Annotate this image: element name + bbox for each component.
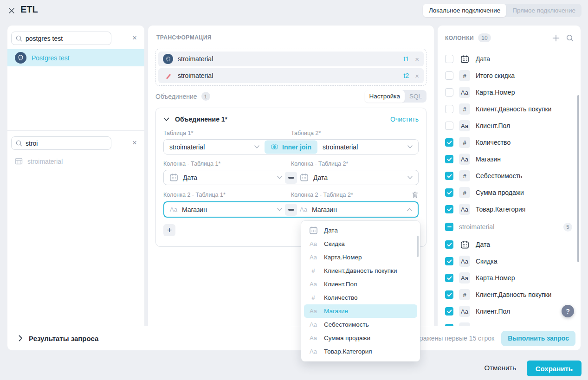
- column-row[interactable]: AaСкидка: [445, 253, 574, 270]
- column-row[interactable]: #Количество: [445, 134, 574, 151]
- calendar-icon: [309, 226, 318, 235]
- dropdown-item[interactable]: AaТовар.Категория: [304, 345, 417, 358]
- column21-select[interactable]: Aa Магазин: [164, 206, 288, 213]
- column-row[interactable]: #Сумма продажи: [445, 184, 574, 201]
- dropdown-item[interactable]: AaСебестоимость: [304, 318, 417, 331]
- column-row[interactable]: #Количество: [445, 320, 574, 326]
- chevron-down-icon: [254, 145, 259, 148]
- column-row[interactable]: #Себестоимость: [445, 167, 574, 184]
- results-bar: Результаты запроса Отображены первые 15 …: [7, 326, 581, 350]
- column21-label: Колонка 2 - Таблица 1*: [163, 192, 291, 198]
- dropdown-item[interactable]: #Количество: [304, 291, 417, 304]
- column-row[interactable]: Дата: [445, 236, 574, 253]
- results-title[interactable]: Результаты запроса: [29, 335, 98, 342]
- help-button[interactable]: ?: [562, 305, 574, 317]
- save-button[interactable]: Сохранить: [527, 361, 582, 376]
- column1-select[interactable]: Дата: [164, 173, 288, 182]
- column-row[interactable]: Дата: [445, 51, 574, 67]
- remove-source-icon[interactable]: ×: [415, 55, 419, 63]
- checked-checkbox[interactable]: [445, 155, 453, 163]
- clear-connection-search-icon[interactable]: ×: [130, 34, 139, 42]
- checked-checkbox[interactable]: [445, 257, 453, 265]
- column-row[interactable]: AaКарта.Номер: [445, 84, 574, 101]
- postgres-icon: [15, 52, 26, 64]
- search-icon: [15, 35, 23, 42]
- remove-source-icon[interactable]: ×: [415, 72, 419, 80]
- column-row[interactable]: AaТовар.Категория: [445, 201, 574, 218]
- source-table-row[interactable]: stroimaterial t2 ×: [158, 68, 424, 83]
- dropdown-item[interactable]: AaСумма продажи: [304, 331, 417, 345]
- dropdown-item[interactable]: AaМагазин: [304, 304, 417, 318]
- connection-search-input[interactable]: [26, 32, 109, 45]
- number-type-icon: #: [459, 289, 470, 300]
- checked-checkbox[interactable]: [445, 240, 453, 249]
- delete-condition-icon[interactable]: [412, 191, 419, 199]
- text-type-icon: Aa: [309, 321, 318, 328]
- run-query-button[interactable]: Выполнить запрос: [501, 331, 575, 346]
- unchecked-checkbox[interactable]: [445, 105, 453, 113]
- column2-select[interactable]: Дата: [288, 173, 418, 182]
- dropdown-item[interactable]: Дата: [304, 224, 417, 237]
- chevron-up-icon: [407, 208, 412, 211]
- close-icon[interactable]: [7, 6, 16, 15]
- dropdown-item[interactable]: AaСкидка: [304, 237, 417, 251]
- column-row[interactable]: #Итого скидка: [445, 67, 574, 84]
- tab-sql[interactable]: SQL: [405, 90, 426, 103]
- text-type-icon: Aa: [309, 240, 318, 247]
- sidebar-item-stroimaterial[interactable]: stroimaterial: [15, 157, 63, 165]
- transformation-panel: ТРАНСФОРМАЦИЯ stroimaterial t1 × stroima…: [148, 26, 434, 326]
- sidebar-divider: [7, 130, 144, 131]
- join-section-label: Объединение: [155, 93, 197, 100]
- table-search-input[interactable]: [26, 137, 109, 149]
- column22-select-open[interactable]: Aa Магазин: [288, 206, 418, 213]
- column-row[interactable]: AaКарта.Номер: [445, 270, 574, 286]
- column-row[interactable]: AaКлиент.Пол: [445, 117, 574, 134]
- checked-checkbox[interactable]: [445, 138, 453, 147]
- join-tables-row: stroimaterial stroimaterial Inner join: [163, 139, 419, 155]
- source-table-row[interactable]: stroimaterial t1 ×: [158, 52, 424, 66]
- chevron-right-icon[interactable]: [19, 335, 23, 341]
- column-row[interactable]: AaМагазин: [445, 151, 574, 167]
- checked-checkbox[interactable]: [445, 290, 453, 299]
- source-table-name: stroimaterial: [178, 55, 213, 63]
- checked-checkbox[interactable]: [445, 274, 453, 282]
- checked-checkbox[interactable]: [445, 205, 453, 213]
- cancel-button[interactable]: Отменить: [484, 364, 516, 372]
- table2-label: Таблица 2*: [291, 130, 419, 136]
- dropdown-item[interactable]: #Клиент.Давность покупки: [304, 264, 417, 277]
- text-type-icon: Aa: [459, 204, 470, 215]
- table1-label: Таблица 1*: [163, 130, 291, 136]
- dropdown-item[interactable]: AaКарта.Номер: [304, 251, 417, 264]
- column-row[interactable]: #Клиент.Давность покупки: [445, 101, 574, 117]
- sidebar-item-postgres-test[interactable]: Postgres test: [7, 49, 144, 66]
- clear-table-search-icon[interactable]: ×: [130, 139, 139, 147]
- toggle-direct-connection[interactable]: Прямое подключение: [506, 4, 582, 17]
- column22-label: Колонка 2 - Таблица 2*: [291, 192, 412, 198]
- unchecked-checkbox[interactable]: [445, 71, 453, 80]
- number-type-icon: #: [309, 294, 318, 301]
- unchecked-checkbox[interactable]: [445, 55, 453, 63]
- column-row[interactable]: #Клиент.Давность покупки: [445, 286, 574, 303]
- checked-checkbox[interactable]: [445, 307, 453, 316]
- join-type-button[interactable]: Inner join: [265, 140, 317, 154]
- add-condition-button[interactable]: +: [163, 224, 175, 236]
- clear-join-button[interactable]: Очистить: [390, 116, 419, 123]
- toggle-local-connection[interactable]: Локальное подключение: [423, 4, 506, 17]
- unchecked-checkbox[interactable]: [445, 122, 453, 130]
- checked-checkbox[interactable]: [445, 172, 453, 180]
- column-row[interactable]: AaКлиент.Пол: [445, 303, 574, 320]
- checked-checkbox[interactable]: [445, 188, 453, 197]
- unchecked-checkbox[interactable]: [445, 88, 453, 97]
- search-columns-icon[interactable]: [566, 34, 574, 42]
- tab-settings[interactable]: Настройка: [365, 90, 405, 103]
- source-tables-dropzone: stroimaterial t1 × stroimaterial t2 ×: [155, 49, 426, 86]
- chevron-down-icon[interactable]: [163, 117, 169, 122]
- dropdown-item[interactable]: AaКлиент.Пол: [304, 277, 417, 291]
- panel-scrollbar[interactable]: [577, 95, 579, 262]
- dropdown-scrollbar[interactable]: [417, 236, 419, 257]
- indeterminate-checkbox[interactable]: [445, 223, 453, 231]
- column-group-row[interactable]: stroimaterial 5: [445, 218, 574, 236]
- add-column-icon[interactable]: [552, 34, 560, 42]
- connection-label: Postgres test: [32, 54, 70, 62]
- calendar-icon: [300, 173, 309, 182]
